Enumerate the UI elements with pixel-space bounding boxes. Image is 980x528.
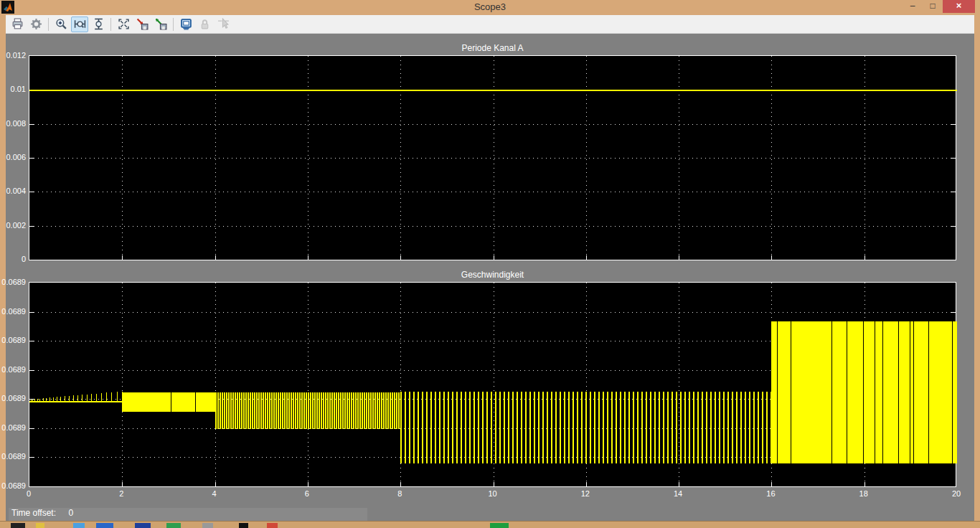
tick-left xyxy=(29,192,34,192)
save-axes-button[interactable] xyxy=(133,16,151,32)
y-tick-label: 0.0689 xyxy=(0,336,26,344)
signal-spike xyxy=(77,395,78,401)
signal-spike xyxy=(57,397,57,401)
windows-taskbar[interactable] xyxy=(0,521,980,528)
signal-spike xyxy=(73,395,74,401)
gridline-v xyxy=(122,283,123,486)
x-tick-label: 20 xyxy=(942,489,971,498)
close-button[interactable]: × xyxy=(943,0,975,13)
taskbar-app-6[interactable] xyxy=(166,523,181,528)
signal-spike xyxy=(101,393,102,401)
zoom-y-button[interactable] xyxy=(90,16,107,32)
tick-bottom xyxy=(122,482,123,486)
signal-periode-line xyxy=(29,90,957,91)
print-button[interactable] xyxy=(9,16,26,32)
x-tick-label: 8 xyxy=(385,489,414,498)
x-tick-label: 4 xyxy=(200,489,229,498)
signal-band xyxy=(771,321,957,463)
signal-spike xyxy=(34,399,35,401)
signal-selection-icon xyxy=(217,18,230,30)
autoscale-icon xyxy=(118,18,130,30)
y-tick-label: 0.012 xyxy=(0,51,26,60)
signal-selection-button[interactable] xyxy=(215,16,232,32)
signal-stripes xyxy=(215,392,401,429)
taskbar-app-7[interactable] xyxy=(202,523,213,528)
x-tick-label: 14 xyxy=(664,489,692,498)
taskbar-app-4[interactable] xyxy=(96,523,113,528)
tick-bottom xyxy=(215,255,216,260)
gridline-v xyxy=(215,283,216,486)
titlebar: Scope3 – □ × xyxy=(0,0,980,15)
x-tick-label: 16 xyxy=(756,489,785,498)
taskbar-app-5[interactable] xyxy=(135,523,151,528)
gridline-v xyxy=(679,56,679,260)
signal-band-gap xyxy=(952,321,953,463)
signal-spike xyxy=(32,400,33,401)
signal-stripes xyxy=(400,392,771,463)
tick-bottom xyxy=(679,255,679,260)
y-tick-label: 0.008 xyxy=(0,119,26,128)
signal-spike xyxy=(69,396,70,401)
signal-spike xyxy=(117,392,118,401)
autoscale-button[interactable] xyxy=(115,16,132,32)
parameters-button[interactable] xyxy=(27,16,44,32)
signal-spike xyxy=(50,397,50,401)
signal-spike xyxy=(91,394,92,401)
tick-bottom xyxy=(400,482,401,486)
taskbar-app-1[interactable] xyxy=(11,523,25,528)
gridline-v xyxy=(122,56,123,260)
zoom-y-icon xyxy=(93,18,105,30)
zoom-x-icon xyxy=(74,18,86,30)
signal-band-gap xyxy=(171,392,171,412)
tick-left xyxy=(29,457,34,458)
signal-baseline xyxy=(29,401,122,402)
x-tick-label: 2 xyxy=(107,489,136,498)
tick-left xyxy=(29,312,34,313)
y-tick-label: 0.0689 xyxy=(0,452,26,461)
taskbar-app-2[interactable] xyxy=(36,523,44,528)
plot-canvas-geschwindigkeit[interactable] xyxy=(29,282,956,487)
tick-bottom xyxy=(215,482,216,486)
tick-left xyxy=(29,124,34,125)
maximize-button[interactable]: □ xyxy=(923,0,943,13)
signal-band-gap xyxy=(863,321,864,463)
signal-band-gap xyxy=(910,321,910,463)
signal-band-gap xyxy=(831,321,832,463)
signal-band-gap xyxy=(791,321,791,463)
taskbar-app-8[interactable] xyxy=(239,523,248,528)
floating-scope-button[interactable] xyxy=(177,16,194,32)
tick-bottom xyxy=(586,255,587,260)
taskbar-app-10[interactable] xyxy=(490,523,509,528)
lock-axes-button[interactable] xyxy=(196,16,213,32)
toolbar-separator xyxy=(110,18,111,31)
signal-spike xyxy=(43,398,44,401)
tick-left xyxy=(29,341,34,341)
time-offset-label: Time offset: xyxy=(11,508,56,518)
plot-canvas-periode[interactable] xyxy=(29,55,956,260)
time-offset-value: 0 xyxy=(68,508,73,518)
floating-scope-icon xyxy=(180,18,192,30)
taskbar-app-3[interactable] xyxy=(73,523,85,528)
signal-spike xyxy=(37,399,38,401)
y-tick-label: 0 xyxy=(0,255,26,263)
signal-spike xyxy=(65,396,65,401)
signal-spike xyxy=(39,399,40,401)
restore-axes-button[interactable] xyxy=(152,16,169,32)
x-tick-label: 12 xyxy=(571,489,600,498)
y-tick-label: 0.0689 xyxy=(0,307,26,316)
zoom-button[interactable] xyxy=(52,16,70,32)
signal-spike xyxy=(53,397,54,401)
signal-spike xyxy=(87,395,88,401)
toolbar-separator xyxy=(173,18,174,31)
y-tick-label: 0.006 xyxy=(0,153,26,161)
zoom-x-button[interactable] xyxy=(71,16,88,32)
gridline-h xyxy=(29,226,956,227)
time-offset: Time offset: 0 xyxy=(9,508,367,521)
plot-title-periode: Periode Kanal A xyxy=(29,43,956,53)
taskbar-app-9[interactable] xyxy=(267,523,278,528)
tick-bottom xyxy=(494,482,494,486)
minimize-button[interactable]: – xyxy=(903,0,923,13)
toolbar-separator xyxy=(48,18,49,31)
tick-right xyxy=(951,124,956,125)
tick-bottom xyxy=(679,482,679,486)
